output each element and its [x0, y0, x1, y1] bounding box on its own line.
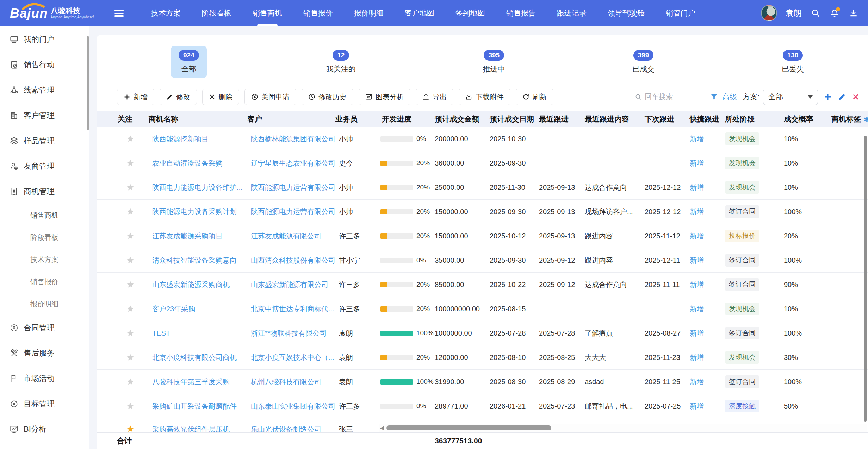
opportunity-name-link[interactable]: 农业自动灌溉设备采购 [148, 158, 247, 168]
quick-follow-add-link[interactable]: 新增 [686, 158, 721, 168]
sidebar-subitem[interactable]: 技术方案 [0, 249, 89, 271]
opportunity-name-link[interactable]: 山东盛宏新能源采购商机 [148, 280, 247, 289]
star-toggle[interactable] [117, 159, 148, 167]
column-header[interactable]: 快捷跟进 [686, 114, 721, 124]
nav-tab[interactable]: 销售报告 [496, 0, 546, 26]
column-header[interactable]: 最近跟进 [535, 114, 581, 124]
stat-filter-card[interactable]: 395 推进中 [475, 46, 513, 78]
quick-follow-add-link[interactable]: 新增 [686, 134, 721, 144]
filter-funnel-icon[interactable] [710, 93, 718, 101]
column-header[interactable]: 预计成交日期 [485, 114, 535, 124]
nav-tab[interactable]: 阶段看板 [191, 0, 242, 26]
table-row[interactable]: 山东盛宏新能源采购商机 山东盛宏新能源有限公司 许三多 20% 85000.00… [97, 273, 868, 297]
column-header[interactable]: 商机名称 [148, 114, 247, 124]
customer-link[interactable]: 陕西榆林能源集团有限公司 [247, 134, 335, 144]
vertical-scrollbar-thumb[interactable] [864, 136, 867, 422]
sidebar-subitem[interactable]: 报价明细 [0, 293, 89, 315]
column-header[interactable]: 商机标签 [827, 114, 868, 124]
username[interactable]: 袁朗 [786, 8, 802, 19]
sidebar-item[interactable]: 线索管理 [0, 77, 89, 103]
scheme-select[interactable]: 全部 [763, 89, 818, 105]
quick-follow-add-link[interactable]: 新增 [686, 256, 721, 265]
customer-link[interactable]: 浙江**物联科技有限公司 [247, 329, 335, 338]
star-toggle[interactable] [117, 402, 148, 410]
opportunity-name-link[interactable]: 陕西电力能源电力设备维护... [148, 183, 247, 192]
column-settings-icon[interactable]: ✱ [864, 115, 868, 124]
toolbar-button[interactable]: 删除 [202, 89, 239, 105]
nav-tab[interactable]: 签到地图 [445, 0, 496, 26]
customer-link[interactable]: 乐山光伏设备制造公司 [247, 425, 335, 432]
opportunity-name-link[interactable]: 北京小度科技有限公司商机 [148, 353, 247, 362]
sidebar-item[interactable]: 销售行动 [0, 52, 89, 77]
toolbar-button[interactable]: 修改 [160, 89, 197, 105]
star-toggle[interactable] [117, 135, 148, 143]
stat-filter-card[interactable]: 399 已成交 [625, 46, 662, 78]
toolbar-button[interactable]: 修改历史 [302, 89, 353, 105]
column-header[interactable]: 所处阶段 [721, 114, 780, 124]
delete-scheme-button[interactable] [852, 93, 860, 101]
scroll-left-arrow[interactable]: ◀ [379, 425, 385, 431]
customer-link[interactable]: 陕西能源电力运营有限公司 [247, 207, 335, 217]
quick-follow-add-link[interactable]: 新增 [686, 329, 721, 338]
star-toggle[interactable] [117, 183, 148, 192]
notification-bell-icon[interactable] [829, 8, 840, 18]
toolbar-button[interactable]: 图表分析 [359, 89, 410, 105]
star-toggle[interactable] [117, 378, 148, 386]
nav-tab[interactable]: 技术方案 [141, 0, 191, 26]
nav-tab[interactable]: 销管门户 [655, 0, 706, 26]
customer-link[interactable]: 江苏友成能源有限公司 [247, 231, 335, 241]
sidebar-subitem[interactable]: 阶段看板 [0, 226, 89, 249]
column-header[interactable]: 下次跟进 [640, 114, 686, 124]
quick-follow-add-link[interactable]: 新增 [686, 183, 721, 192]
quick-follow-add-link[interactable]: 新增 [686, 377, 721, 387]
brand-logo[interactable]: Bajun 八骏科技 Anyone,Anytime,Anywhere! [10, 7, 94, 20]
customer-link[interactable]: 山西清众科技股份有限公司 [247, 256, 335, 265]
sidebar-subitem[interactable]: 销售商机 [0, 204, 89, 226]
star-toggle[interactable] [117, 425, 148, 432]
stat-filter-card[interactable]: 130 已丢失 [774, 46, 812, 78]
customer-link[interactable]: 陕西能源电力运营有限公司 [247, 183, 335, 192]
sidebar-item[interactable]: 市场活动 [0, 366, 89, 391]
column-header[interactable]: 最近跟进内容 [581, 114, 640, 124]
column-header[interactable]: 业务员 [335, 114, 378, 124]
sidebar-item[interactable]: 合同管理 [0, 315, 89, 341]
advanced-filter-link[interactable]: 高级 [722, 92, 737, 102]
nav-tab[interactable]: 报价明细 [343, 0, 394, 26]
table-row[interactable]: 江苏友成能源采购项目 江苏友成能源有限公司 许三多 20% 150000.00 … [97, 224, 868, 248]
nav-tab[interactable]: 跟进记录 [546, 0, 597, 26]
customer-link[interactable]: 山东泰山实业集团有限公司 [247, 401, 335, 411]
star-toggle[interactable] [117, 305, 148, 313]
toolbar-button[interactable]: 下载附件 [459, 89, 510, 105]
column-header[interactable]: 成交概率 [780, 114, 827, 124]
opportunity-name-link[interactable]: 陕西能源电力设备采购计划 [148, 207, 247, 217]
table-row[interactable]: 北京小度科技有限公司商机 北京小度互娱技术中心（... 袁朗 20% 12000… [97, 345, 868, 370]
quick-follow-add-link[interactable]: 新增 [686, 280, 721, 289]
stat-filter-card[interactable]: 924 全部 [171, 46, 207, 78]
sidebar-item[interactable]: 目标管理 [0, 391, 89, 417]
opportunity-name-link[interactable]: 江苏友成能源采购项目 [148, 231, 247, 241]
star-toggle[interactable] [117, 353, 148, 362]
customer-link[interactable]: 杭州八骏科技有限公司 [247, 377, 335, 387]
column-header[interactable]: 预计成交金额 [430, 114, 485, 124]
column-header[interactable]: 客户 [247, 114, 335, 124]
customer-link[interactable]: 北京小度互娱技术中心（... [247, 353, 335, 362]
sidebar-scrollbar[interactable] [87, 36, 89, 130]
column-header[interactable]: 开发进度 [378, 114, 430, 124]
customer-link[interactable]: 山东盛宏新能源有限公司 [247, 280, 335, 289]
sidebar-subitem[interactable]: 销售报价 [0, 271, 89, 293]
table-row[interactable]: 八骏科技年第三季度采购 杭州八骏科技有限公司 袁朗 100% 31990.00 … [97, 370, 868, 394]
table-row[interactable]: 采购矿山开采设备耐磨配件 山东泰山实业集团有限公司 许三多 0% 289771.… [97, 394, 868, 418]
sidebar-item[interactable]: 客户管理 [0, 103, 89, 128]
table-row[interactable]: 陕西能源挖新项目 陕西榆林能源集团有限公司 小帅 0% 200000.00 20… [97, 127, 868, 151]
opportunity-name-link[interactable]: 八骏科技年第三季度采购 [148, 377, 247, 387]
nav-tab[interactable]: 领导驾驶舱 [597, 0, 655, 26]
toolbar-button[interactable]: 导出 [416, 89, 453, 105]
sidebar-item[interactable]: 样品管理 [0, 128, 89, 154]
star-toggle[interactable] [117, 207, 148, 216]
star-toggle[interactable] [117, 232, 148, 240]
nav-tab[interactable]: 客户地图 [394, 0, 445, 26]
opportunity-name-link[interactable]: 客户23年采购 [148, 304, 247, 314]
table-row[interactable]: TEST 浙江**物联科技有限公司 袁朗 100% 1000000.00 202… [97, 321, 868, 345]
toolbar-button[interactable]: 关闭申请 [244, 89, 296, 105]
sidebar-item[interactable]: 我的门户 [0, 27, 89, 52]
